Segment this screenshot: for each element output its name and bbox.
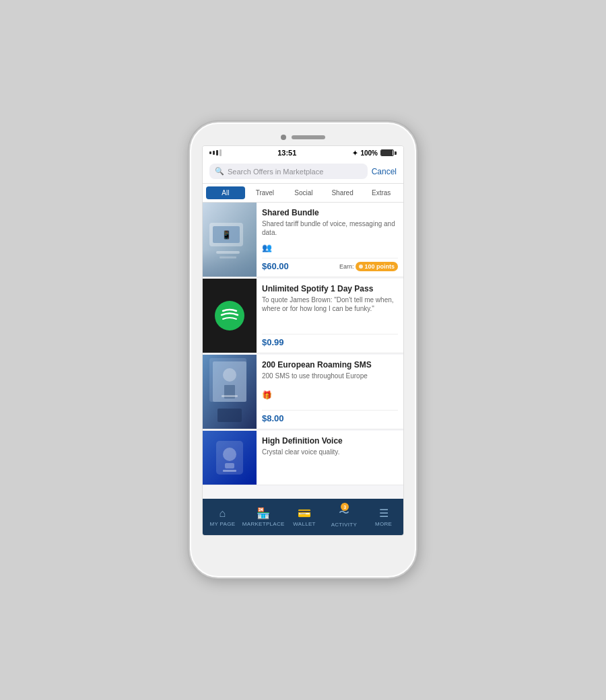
- svg-rect-13: [222, 395, 238, 397]
- tab-social-label: Social: [294, 189, 312, 197]
- earn-badge-shared-bundle: Earn: 100 points: [339, 262, 398, 271]
- svg-rect-18: [225, 463, 234, 468]
- offer-footer-shared-bundle: $60.00 Earn: 100 points: [262, 258, 398, 271]
- offer-meta-shared-bundle: 👥: [262, 243, 398, 252]
- offers-list: 📱 Shared Bundle Shared tariff bundle of …: [203, 203, 403, 499]
- earn-label: Earn:: [339, 263, 354, 270]
- search-box[interactable]: 🔍 Search Offers in Marketplace: [209, 164, 368, 179]
- signal-bar-4: [220, 149, 222, 156]
- battery-fill: [381, 150, 393, 155]
- tab-shared-label: Shared: [331, 189, 353, 197]
- tab-all-label: All: [222, 189, 229, 197]
- home-icon: ⌂: [220, 508, 226, 520]
- offer-icon-shared: 👥: [262, 243, 272, 252]
- svg-point-17: [223, 448, 236, 461]
- offer-card-shared-bundle[interactable]: 📱 Shared Bundle Shared tariff bundle of …: [203, 203, 403, 277]
- offer-price-roaming: $8.00: [262, 413, 284, 423]
- tab-extras[interactable]: Extras: [362, 184, 401, 202]
- offer-card-hdvoice[interactable]: High Definition Voice Crystal clear voic…: [203, 431, 403, 485]
- speaker-bar: [292, 135, 325, 139]
- camera-dot: [281, 135, 286, 140]
- offer-footer-spotify: $0.99: [262, 334, 398, 347]
- signal-bar-3: [216, 150, 218, 155]
- phone-device: 13:51 ✦ 100% 🔍 Search Offers in Marketpl…: [189, 121, 417, 579]
- status-right: ✦ 100%: [352, 149, 397, 157]
- offer-meta-roaming: 🎁: [262, 390, 398, 400]
- bluetooth-icon: ✦: [352, 149, 358, 157]
- svg-point-11: [223, 368, 236, 382]
- search-icon: 🔍: [215, 167, 224, 176]
- nav-label-more: MORE: [375, 521, 392, 527]
- offer-title-hdvoice: High Definition Voice: [262, 436, 398, 446]
- offer-title-spotify: Unlimited Spotify 1 Day Pass: [262, 284, 398, 293]
- offer-image-spotify: [203, 279, 257, 353]
- offer-image-shared-bundle: 📱: [203, 203, 257, 277]
- offer-details-roaming: 200 European Roaming SMS 200 SMS to use …: [257, 355, 403, 429]
- tab-extras-label: Extras: [372, 189, 391, 197]
- offer-footer-roaming: $8.00: [262, 410, 398, 423]
- nav-item-mypage[interactable]: ⌂ MY PAGE: [203, 499, 242, 535]
- points-dot: [359, 265, 363, 269]
- nav-item-more[interactable]: ☰ MORE: [364, 499, 403, 535]
- offer-price-shared-bundle: $60.00: [262, 261, 289, 271]
- offer-card-spotify[interactable]: Unlimited Spotify 1 Day Pass To quote Ja…: [203, 279, 403, 353]
- wallet-icon: 💳: [298, 507, 311, 520]
- search-placeholder: Search Offers in Marketplace: [228, 168, 323, 176]
- offer-title-shared-bundle: Shared Bundle: [262, 208, 398, 217]
- nav-label-marketplace: MARKETPLACE: [242, 521, 285, 527]
- offer-image-hdvoice: [203, 431, 257, 485]
- offer-icon-roaming: 🎁: [262, 390, 272, 400]
- more-icon: ☰: [379, 507, 389, 520]
- battery-percent: 100%: [360, 149, 378, 157]
- offer-desc-hdvoice: Crystal clear voice quality.: [262, 448, 398, 456]
- tab-travel-label: Travel: [256, 189, 274, 197]
- offer-card-roaming[interactable]: 200 European Roaming SMS 200 SMS to use …: [203, 355, 403, 429]
- offer-details-shared-bundle: Shared Bundle Shared tariff bundle of vo…: [257, 203, 403, 277]
- tab-all[interactable]: All: [206, 186, 245, 199]
- svg-rect-14: [217, 409, 242, 422]
- offer-desc-shared-bundle: Shared tariff bundle of voice, messaging…: [262, 219, 398, 237]
- offer-image-roaming: [203, 355, 257, 429]
- signal-bars: [209, 149, 222, 156]
- tab-social[interactable]: Social: [284, 184, 323, 202]
- tab-shared[interactable]: Shared: [323, 184, 362, 202]
- svg-text:📱: 📱: [222, 230, 232, 240]
- marketplace-icon: 🏪: [257, 507, 270, 520]
- nav-label-mypage: MY PAGE: [209, 521, 235, 527]
- svg-rect-4: [216, 251, 240, 254]
- bottom-nav: ⌂ MY PAGE 🏪 MARKETPLACE 💳 WALLET 〜 3 ACT…: [203, 499, 403, 535]
- svg-rect-19: [223, 470, 236, 472]
- battery-body: [380, 149, 394, 156]
- points-value: 100 points: [364, 263, 395, 270]
- svg-rect-5: [220, 256, 236, 258]
- filter-tabs: All Travel Social Shared Extras: [203, 184, 403, 203]
- offer-title-roaming: 200 European Roaming SMS: [262, 360, 398, 370]
- svg-point-7: [215, 301, 244, 330]
- offer-desc-roaming: 200 SMS to use throughout Europe: [262, 372, 398, 380]
- points-badge: 100 points: [356, 262, 398, 271]
- signal-bar-1: [209, 151, 211, 154]
- battery-tip: [395, 151, 397, 155]
- nav-label-activity: ACTIVITY: [331, 522, 357, 528]
- nav-item-marketplace[interactable]: 🏪 MARKETPLACE: [242, 499, 285, 535]
- offer-details-spotify: Unlimited Spotify 1 Day Pass To quote Ja…: [257, 279, 403, 353]
- phone-screen: 13:51 ✦ 100% 🔍 Search Offers in Marketpl…: [202, 145, 404, 536]
- phone-notch: [190, 131, 416, 145]
- signal-bar-2: [213, 151, 215, 155]
- tab-travel[interactable]: Travel: [246, 184, 285, 202]
- battery-icon: [380, 149, 397, 156]
- search-area: 🔍 Search Offers in Marketplace Cancel: [203, 160, 403, 184]
- nav-item-wallet[interactable]: 💳 WALLET: [285, 499, 325, 535]
- status-bar: 13:51 ✦ 100%: [203, 146, 403, 160]
- offer-desc-spotify: To quote James Brown: "Don't tell me whe…: [262, 295, 398, 313]
- offer-details-hdvoice: High Definition Voice Crystal clear voic…: [257, 431, 403, 485]
- nav-label-wallet: WALLET: [293, 521, 316, 527]
- status-time: 13:51: [277, 149, 296, 157]
- cancel-button[interactable]: Cancel: [372, 167, 397, 176]
- nav-item-activity[interactable]: 〜 3 ACTIVITY: [324, 499, 364, 535]
- offer-price-spotify: $0.99: [262, 337, 284, 347]
